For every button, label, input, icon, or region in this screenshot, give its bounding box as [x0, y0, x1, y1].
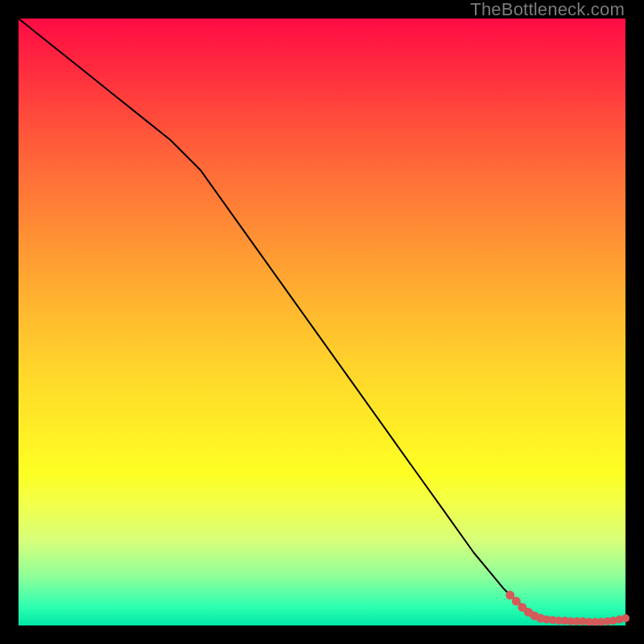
data-markers [506, 591, 630, 626]
bottleneck-curve [19, 19, 625, 622]
chart-overlay [19, 19, 625, 625]
chart-stage: TheBottleneck.com [0, 0, 644, 644]
data-marker [621, 614, 630, 622]
attribution-label: TheBottleneck.com [470, 0, 625, 19]
